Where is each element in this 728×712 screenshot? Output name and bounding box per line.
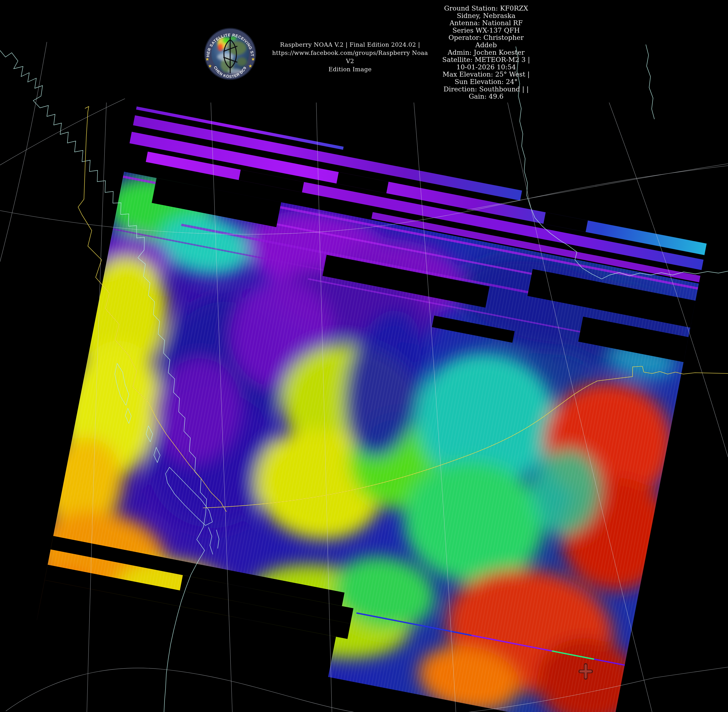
logo-continent — [237, 58, 247, 66]
station-info-line: Sidney, Nebraska — [428, 12, 545, 19]
title-line: Edition Image — [272, 65, 428, 73]
station-info-line: Gain: 49.6 — [428, 93, 545, 100]
logo-radar-blotch — [218, 43, 223, 51]
station-info-line: Ground Station: KF0RZX — [428, 5, 545, 12]
title-line: Raspberry NOAA V.2 | Final Edition 2024.… — [272, 41, 428, 49]
title-line-url: https://www.facebook.com/groups/Raspberr… — [272, 49, 428, 65]
station-info-line: Operator: Christopher — [428, 34, 545, 42]
station-info-line: Satellite: METEOR-M2 3 | — [428, 56, 545, 64]
station-info-line: Addeb — [428, 42, 545, 49]
satellite-image-page: { "page": {"width": 3729, "height": 3645… — [0, 0, 728, 712]
station-info-line: Direction: Southbound | | — [428, 86, 545, 93]
station-info-line: Admin: Jochen Koester — [428, 49, 545, 56]
header: WEATHER SATELLITE RECEIVING STATION JOCH… — [0, 0, 728, 110]
station-logo: WEATHER SATELLITE RECEIVING STATION JOCH… — [204, 28, 256, 80]
station-info-line: Sun Elevation: 24° — [428, 78, 545, 86]
station-info-line: Series WX-137 QFH — [428, 27, 545, 34]
station-info-block: Ground Station: KF0RZX Sidney, Nebraska … — [428, 5, 545, 100]
star-icon: ★ — [205, 56, 209, 62]
station-info-line: Antenna: National RF — [428, 19, 545, 27]
star-icon: ★ — [251, 56, 255, 62]
station-logo-badge: WEATHER SATELLITE RECEIVING STATION JOCH… — [204, 28, 256, 80]
station-info-line: 10-01-2026 10:54 — [428, 64, 545, 71]
edition-title-block: Raspberry NOAA V.2 | Final Edition 2024.… — [272, 41, 428, 73]
star-icon: ★ — [248, 63, 252, 69]
star-icon: ★ — [208, 63, 212, 69]
station-info-line: Max Elevation: 25° West | — [428, 71, 545, 78]
